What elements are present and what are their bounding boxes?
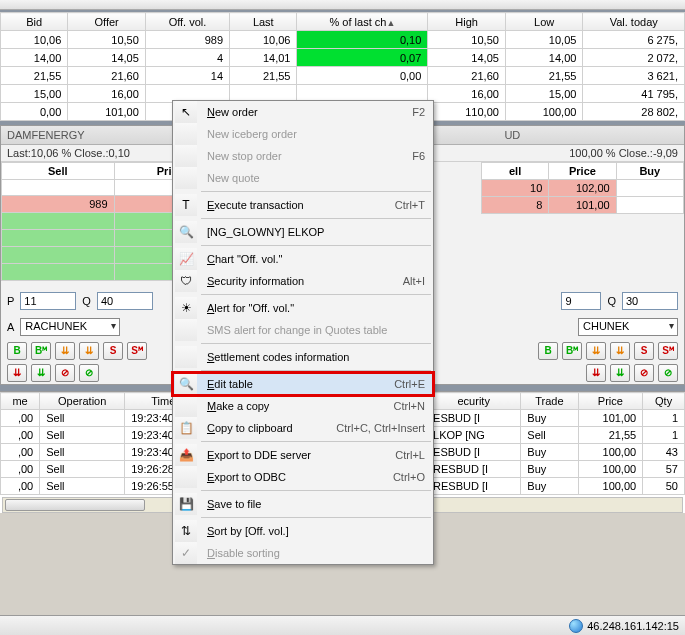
menu-item[interactable]: Settlement codes information: [173, 346, 433, 368]
menu-icon: ✓: [175, 542, 197, 564]
menu-label: New order: [203, 106, 406, 118]
menu-item[interactable]: 🛡Security informationAlt+I: [173, 270, 433, 292]
mini-button[interactable]: ⊘: [55, 364, 75, 382]
q-input[interactable]: [97, 292, 153, 310]
menu-label: Sort by [Off. vol.]: [203, 525, 419, 537]
trades-col-header[interactable]: Trade: [521, 393, 578, 410]
account-combo-right[interactable]: CHUNEK: [578, 318, 678, 336]
quotes-row[interactable]: 10,0610,5098910,060,1010,5010,056 275,: [1, 31, 685, 49]
menu-label: Make a copy: [203, 400, 388, 412]
cell: 14,05: [68, 49, 146, 67]
quotes-col-header[interactable]: Offer: [68, 13, 146, 31]
mini-button[interactable]: ⇊: [55, 342, 75, 360]
menu-label: Save to file: [203, 498, 419, 510]
menu-item: New stop orderF6: [173, 145, 433, 167]
menu-item[interactable]: Make a copyCtrl+N: [173, 395, 433, 417]
cell: 101,00: [68, 103, 146, 121]
account-combo[interactable]: RACHUNEK: [20, 318, 120, 336]
cell: 0,00: [1, 103, 68, 121]
quotes-col-header[interactable]: % of last ch▲: [297, 13, 428, 31]
depth-col-header[interactable]: Sell: [2, 163, 115, 180]
cell: 14,01: [230, 49, 297, 67]
trades-col-header[interactable]: ecurity: [427, 393, 521, 410]
mini-button[interactable]: ⇊: [586, 364, 606, 382]
mini-button[interactable]: ⇊: [31, 364, 51, 382]
menu-label: Alert for "Off. vol.": [203, 302, 419, 314]
mini-button[interactable]: ⇊: [7, 364, 27, 382]
menu-icon: [175, 346, 197, 368]
quotes-row[interactable]: 14,0014,05414,010,0714,0514,002 072,: [1, 49, 685, 67]
cell: 989: [2, 196, 115, 213]
cell: 1: [643, 410, 685, 427]
mini-button[interactable]: ⊘: [634, 364, 654, 382]
scroll-thumb[interactable]: [5, 499, 145, 511]
mini-button[interactable]: S: [103, 342, 123, 360]
menu-item[interactable]: 📈Chart "Off. vol.": [173, 248, 433, 270]
p-input-right[interactable]: [561, 292, 601, 310]
quotes-col-header[interactable]: Bid: [1, 13, 68, 31]
menu-item: New quote: [173, 167, 433, 189]
menu-item[interactable]: 📋Copy to clipboardCtrl+C, Ctrl+Insert: [173, 417, 433, 439]
menu-item[interactable]: ⇅Sort by [Off. vol.]: [173, 520, 433, 542]
menu-item[interactable]: Export to ODBCCtrl+O: [173, 466, 433, 488]
mini-button[interactable]: ⊘: [79, 364, 99, 382]
menu-label: New stop order: [203, 150, 406, 162]
menu-item[interactable]: 🔍[NG_GLOWNY] ELKOP: [173, 221, 433, 243]
quotes-col-header[interactable]: Last: [230, 13, 297, 31]
trades-col-header[interactable]: me: [1, 393, 40, 410]
mini-button[interactable]: Sᴹ: [658, 342, 678, 360]
depth-row[interactable]: 8101,00: [481, 197, 683, 214]
depth-col-header[interactable]: Price: [549, 163, 616, 180]
trades-col-header[interactable]: Operation: [40, 393, 125, 410]
quotes-col-header[interactable]: Val. today: [583, 13, 685, 31]
menu-icon: ↖: [175, 101, 197, 123]
menu-item[interactable]: ☀Alert for "Off. vol.": [173, 297, 433, 319]
trades-col-header[interactable]: Qty: [643, 393, 685, 410]
trades-col-header[interactable]: Price: [578, 393, 643, 410]
cell: 10,50: [68, 31, 146, 49]
context-menu[interactable]: ↖New orderF2New iceberg orderNew stop or…: [172, 100, 434, 565]
quotes-col-header[interactable]: Off. vol.: [145, 13, 229, 31]
quotes-col-header[interactable]: High: [428, 13, 506, 31]
mini-button[interactable]: B: [7, 342, 27, 360]
cell: [2, 213, 115, 230]
menu-label: Copy to clipboard: [203, 422, 330, 434]
mini-button[interactable]: S: [634, 342, 654, 360]
menu-label: Disable sorting: [203, 547, 419, 559]
mini-button[interactable]: ⇊: [586, 342, 606, 360]
mini-button[interactable]: ⇊: [610, 342, 630, 360]
menu-label: Export to ODBC: [203, 471, 387, 483]
cell: 15,00: [505, 85, 583, 103]
quotes-col-header[interactable]: Low: [505, 13, 583, 31]
cell: 21,60: [428, 67, 506, 85]
cell: 6 275,: [583, 31, 685, 49]
mini-button[interactable]: ⇊: [79, 342, 99, 360]
menu-label: [NG_GLOWNY] ELKOP: [203, 226, 419, 238]
menu-item[interactable]: 🔍Edit tableCtrl+E: [173, 373, 433, 395]
menu-separator: [201, 218, 431, 219]
mini-button[interactable]: ⊘: [658, 364, 678, 382]
depth-table-right[interactable]: ellPriceBuy 10102,008101,00: [481, 162, 684, 214]
menu-label: Export to DDE server: [203, 449, 389, 461]
mini-button[interactable]: Sᴹ: [127, 342, 147, 360]
cell: 10,50: [428, 31, 506, 49]
depth-col-header[interactable]: ell: [481, 163, 548, 180]
mini-button[interactable]: ⇊: [610, 364, 630, 382]
p-input[interactable]: [20, 292, 76, 310]
mini-button[interactable]: B: [538, 342, 558, 360]
menu-icon: T: [175, 194, 197, 216]
quotes-row[interactable]: 21,5521,601421,550,0021,6021,553 621,: [1, 67, 685, 85]
depth-col-header[interactable]: Buy: [616, 163, 683, 180]
q-input-right[interactable]: [622, 292, 678, 310]
depth-row[interactable]: 10102,00: [481, 180, 683, 197]
cell: 100,00: [578, 444, 643, 461]
mini-button[interactable]: Bᴹ: [562, 342, 582, 360]
cell: 10,06: [230, 31, 297, 49]
menu-item[interactable]: 📤Export to DDE serverCtrl+L: [173, 444, 433, 466]
menu-item[interactable]: 💾Save to file: [173, 493, 433, 515]
menu-item[interactable]: TExecute transactionCtrl+T: [173, 194, 433, 216]
mini-button[interactable]: Bᴹ: [31, 342, 51, 360]
menu-item[interactable]: ↖New orderF2: [173, 101, 433, 123]
cell: 21,55: [1, 67, 68, 85]
menu-label: Settlement codes information: [203, 351, 419, 363]
